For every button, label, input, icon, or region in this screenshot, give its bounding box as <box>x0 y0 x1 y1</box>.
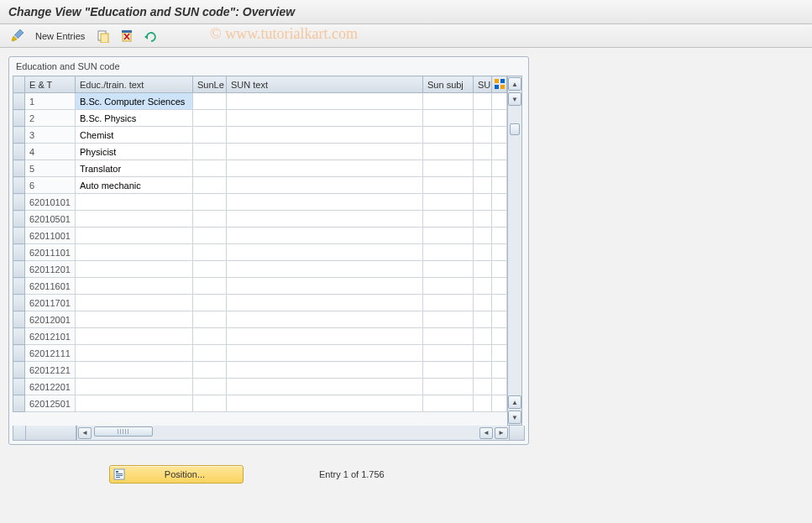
cell-sunsubj[interactable] <box>423 127 474 144</box>
table-row[interactable]: 62011601 <box>13 278 507 295</box>
cell-sunsubj[interactable] <box>423 379 474 395</box>
cell-train-text[interactable]: Translator <box>76 160 193 177</box>
cell-et[interactable]: 62011101 <box>25 244 76 261</box>
row-selector[interactable] <box>13 345 25 362</box>
row-selector[interactable] <box>13 311 25 328</box>
table-row[interactable]: 62012111 <box>13 345 507 362</box>
col-header-sunsubj[interactable]: Sun subj <box>423 76 474 93</box>
cell-train-text[interactable] <box>76 395 193 412</box>
cell-sunsubj[interactable] <box>423 177 474 194</box>
cell-sunle[interactable] <box>193 110 227 127</box>
cell-suntext[interactable] <box>227 127 423 144</box>
cell-train-text[interactable] <box>76 295 193 311</box>
cell-sunsubj[interactable] <box>423 311 474 328</box>
cell-su[interactable] <box>474 345 492 362</box>
cell-sunle[interactable] <box>193 311 227 328</box>
hscroll-thumb[interactable] <box>94 426 153 437</box>
row-selector[interactable] <box>13 160 25 177</box>
cell-et[interactable]: 4 <box>25 144 76 160</box>
cell-su[interactable] <box>474 395 492 412</box>
cell-sunle[interactable] <box>193 362 227 379</box>
cell-su[interactable] <box>474 127 492 144</box>
position-button[interactable]: Position... <box>109 465 244 484</box>
cell-train-text[interactable]: Physicist <box>76 144 193 160</box>
cell-su[interactable] <box>474 194 492 211</box>
cell-sunle[interactable] <box>193 261 227 278</box>
table-row[interactable]: 62011701 <box>13 295 507 311</box>
row-selector[interactable] <box>13 295 25 311</box>
cell-et[interactable]: 62011201 <box>25 261 76 278</box>
cell-su[interactable] <box>474 328 492 345</box>
table-row[interactable]: 3Chemist <box>13 127 507 144</box>
table-row[interactable]: 62010101 <box>13 194 507 211</box>
row-selector[interactable] <box>13 211 25 228</box>
data-table[interactable]: E & T Educ./train. text SunLe SUN text S… <box>13 76 507 412</box>
scroll-up-icon[interactable]: ▲ <box>508 77 521 91</box>
cell-su[interactable] <box>474 362 492 379</box>
table-settings-icon[interactable] <box>492 76 507 93</box>
cell-sunsubj[interactable] <box>423 395 474 412</box>
row-selector[interactable] <box>13 362 25 379</box>
scroll-left-icon[interactable]: ◄ <box>78 427 92 439</box>
row-selector[interactable] <box>13 395 25 412</box>
cell-su[interactable] <box>474 160 492 177</box>
cell-suntext[interactable] <box>227 228 423 244</box>
cell-sunle[interactable] <box>193 228 227 244</box>
cell-sunle[interactable] <box>193 395 227 412</box>
cell-sunle[interactable] <box>193 177 227 194</box>
cell-sunle[interactable] <box>193 328 227 345</box>
cell-suntext[interactable] <box>227 328 423 345</box>
cell-sunsubj[interactable] <box>423 261 474 278</box>
cell-suntext[interactable] <box>227 379 423 395</box>
cell-suntext[interactable] <box>227 395 423 412</box>
table-row[interactable]: 62012201 <box>13 379 507 395</box>
cell-sunsubj[interactable] <box>423 110 474 127</box>
cell-sunsubj[interactable] <box>423 211 474 228</box>
cell-sunsubj[interactable] <box>423 278 474 295</box>
cell-et[interactable]: 5 <box>25 160 76 177</box>
cell-train-text[interactable] <box>76 211 193 228</box>
cell-suntext[interactable] <box>227 345 423 362</box>
cell-suntext[interactable] <box>227 311 423 328</box>
table-row[interactable]: 62011001 <box>13 228 507 244</box>
row-selector[interactable] <box>13 110 25 127</box>
cell-sunsubj[interactable] <box>423 328 474 345</box>
cell-train-text[interactable]: Chemist <box>76 127 193 144</box>
cell-train-text[interactable]: Auto mechanic <box>76 177 193 194</box>
col-header-su[interactable]: SU <box>474 76 492 93</box>
table-row[interactable]: 62012101 <box>13 328 507 345</box>
table-row[interactable]: 62012121 <box>13 362 507 379</box>
table-row[interactable]: 62011101 <box>13 244 507 261</box>
cell-et[interactable]: 62011001 <box>25 228 76 244</box>
cell-sunsubj[interactable] <box>423 144 474 160</box>
row-selector[interactable] <box>13 379 25 395</box>
scroll-right-icon[interactable]: ► <box>495 427 508 439</box>
row-selector[interactable] <box>13 228 25 244</box>
cell-sunle[interactable] <box>193 244 227 261</box>
cell-et[interactable]: 1 <box>25 93 76 110</box>
cell-suntext[interactable] <box>227 278 423 295</box>
table-row[interactable]: 62012501 <box>13 395 507 412</box>
scroll-down-icon[interactable]: ▼ <box>508 92 521 106</box>
cell-suntext[interactable] <box>227 211 423 228</box>
row-selector[interactable] <box>13 328 25 345</box>
cell-sunle[interactable] <box>193 194 227 211</box>
cell-suntext[interactable] <box>227 93 423 110</box>
cell-sunsubj[interactable] <box>423 160 474 177</box>
cell-train-text[interactable] <box>76 362 193 379</box>
cell-et[interactable]: 62011701 <box>25 295 76 311</box>
cell-et[interactable]: 6 <box>25 177 76 194</box>
scroll-down2-icon[interactable]: ▼ <box>508 411 521 424</box>
cell-suntext[interactable] <box>227 194 423 211</box>
cell-train-text[interactable] <box>76 379 193 395</box>
new-entries-button[interactable]: New Entries <box>30 29 90 43</box>
cell-sunle[interactable] <box>193 295 227 311</box>
cell-suntext[interactable] <box>227 295 423 311</box>
cell-sunle[interactable] <box>193 93 227 110</box>
row-selector[interactable] <box>13 261 25 278</box>
horizontal-scrollbar[interactable]: ◄ ◄ ► <box>76 426 510 441</box>
cell-su[interactable] <box>474 93 492 110</box>
cell-sunsubj[interactable] <box>423 345 474 362</box>
cell-train-text[interactable] <box>76 278 193 295</box>
cell-sunsubj[interactable] <box>423 295 474 311</box>
